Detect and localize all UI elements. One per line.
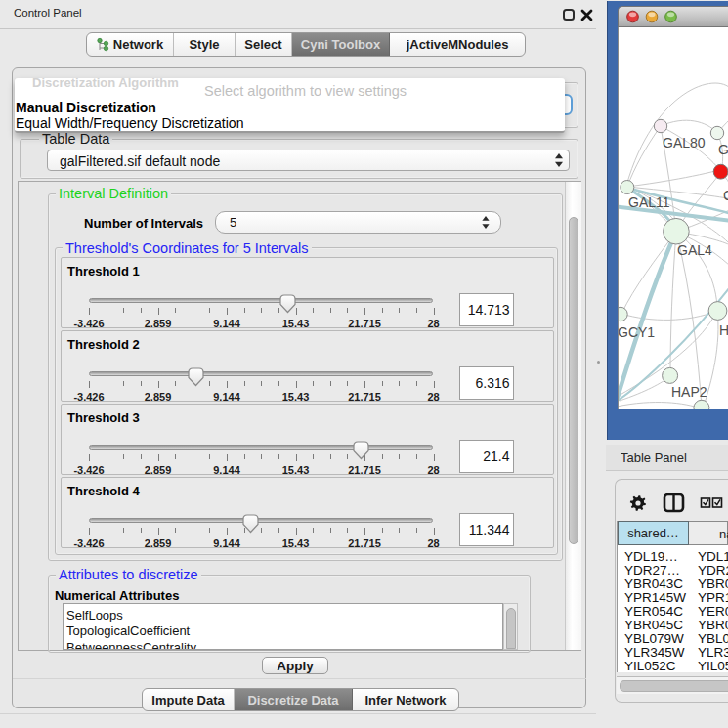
svg-text:GAL4: GAL4 <box>677 242 712 258</box>
svg-text:GAL80: GAL80 <box>663 135 706 150</box>
svg-text:GCY1: GCY1 <box>618 324 655 340</box>
svg-text:C: C <box>723 188 728 203</box>
svg-text:H: H <box>719 322 728 338</box>
svg-text:HAP2: HAP2 <box>671 384 707 400</box>
svg-text:GA: GA <box>718 142 728 157</box>
svg-text:GAL11: GAL11 <box>628 194 670 210</box>
